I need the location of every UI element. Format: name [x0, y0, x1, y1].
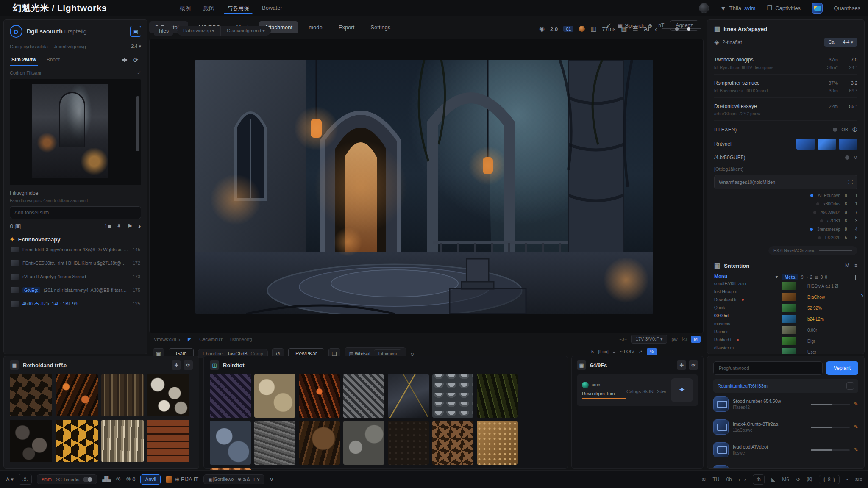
material-thumb[interactable] — [839, 139, 857, 150]
anvil-tool[interactable]: Anvil — [140, 474, 161, 485]
zoom-slider[interactable] — [662, 28, 701, 29]
pill-slider[interactable] — [819, 250, 852, 251]
top-menu-item[interactable]: Bowater — [261, 1, 283, 15]
map-icon[interactable]: ⟼ — [739, 477, 746, 482]
top-menu-item[interactable]: 与各用保 — [226, 1, 250, 15]
material-thumb[interactable] — [818, 139, 836, 150]
counter-row[interactable]: 3renzmesép 84 — [714, 227, 857, 232]
tag-input[interactable] — [10, 206, 141, 219]
texture-swatch[interactable] — [210, 374, 251, 418]
refresh-icon[interactable]: ⟳ — [130, 55, 141, 66]
add-icon[interactable]: ✚ — [172, 360, 181, 370]
menu-list-item[interactable]: Raimer — [714, 328, 778, 336]
menu-list-item[interactable]: envelope f — [714, 352, 778, 354]
texture-swatch[interactable] — [101, 374, 144, 416]
lighting-dropdown[interactable]: G aoianntgmend ▾ — [220, 26, 271, 36]
texture-swatch[interactable] — [10, 420, 52, 462]
meta-list-item[interactable]: [HSStvlA a.t 1 2] — [782, 280, 857, 291]
menu-icon[interactable]: ≡ — [854, 263, 857, 269]
meta-list-item[interactable]: 52 92% — [782, 302, 857, 313]
ribbon-button[interactable]: mode — [303, 21, 328, 33]
texture-swatch[interactable] — [388, 421, 429, 465]
ribbon-button[interactable]: Export — [333, 21, 361, 33]
texture-swatch[interactable] — [254, 421, 295, 465]
material-ball-icon[interactable] — [579, 26, 585, 32]
texture-swatch[interactable] — [101, 420, 144, 462]
menu-list-item[interactable]: Download tr — [714, 296, 778, 304]
texture-swatch[interactable] — [388, 374, 429, 418]
add-icon[interactable]: ✚ — [119, 55, 130, 66]
timer-toggle[interactable] — [83, 477, 92, 482]
texture-swatch[interactable] — [343, 374, 384, 418]
user-avatar[interactable] — [699, 3, 709, 13]
frame-group[interactable]: ⦗ 8 ⦘ — [819, 475, 840, 484]
two-icon[interactable]: ② — [116, 476, 121, 482]
tiles-tab[interactable]: Tiles — [154, 26, 173, 36]
texture-swatch[interactable] — [147, 374, 189, 416]
navigation-pill[interactable]: EX.6 NavetACfs ansio — [768, 246, 857, 255]
check-icon[interactable]: ✓ — [137, 70, 141, 76]
add-icon[interactable]: ✚ — [677, 360, 686, 370]
menu-list-item[interactable]: lost Group n — [714, 288, 778, 296]
top-menu-item[interactable]: 殿阅 — [203, 1, 215, 15]
list-item[interactable]: FEntt-CE5'J0ttr.. rint I BHBL Klom u $g2… — [10, 256, 141, 270]
texture-swatch[interactable] — [432, 421, 473, 465]
m-toggle[interactable]: M — [691, 336, 701, 343]
material-thumb[interactable] — [796, 139, 815, 150]
counter-row[interactable]: x80Odus 61 — [714, 202, 857, 206]
m6-chip[interactable]: M6 — [782, 477, 789, 482]
counter-row[interactable]: AL Poucovn 81 — [714, 193, 857, 198]
layer-dropdown[interactable]: Haberworzep ▾ — [177, 26, 220, 36]
texture-swatch[interactable] — [477, 374, 518, 418]
viewport-scene-image[interactable] — [195, 60, 653, 314]
list-item[interactable]: Prent btrtlE3 cgyvénunu mcr 43@6 Dii Wgb… — [10, 243, 141, 256]
ob-label[interactable]: 0b — [726, 477, 732, 482]
ten-icon[interactable]: ⑽ — [807, 476, 812, 483]
counter-row[interactable]: L6:2020 56 — [714, 236, 857, 240]
user-account[interactable]: ▼ Thila svim — [720, 5, 756, 12]
texture-swatch[interactable] — [10, 374, 52, 416]
chevron-down-icon[interactable]: ∨ — [270, 476, 274, 482]
preview-thumbnail[interactable] — [10, 79, 141, 185]
list-item[interactable]: GtvEg: (201 r si r blat.mrvny4' A38@EB f… — [10, 283, 141, 297]
stream-field[interactable]: Wnamfiasges10(noidMiden ⛶ — [714, 175, 857, 189]
preset-chips[interactable]: Ca 4-4 ▾ — [824, 38, 857, 47]
menu-list-item[interactable]: movems — [714, 320, 778, 328]
counter-row[interactable]: A9CMMD° 97 — [714, 210, 857, 215]
back-icon[interactable]: ‹ — [655, 25, 657, 33]
menu-icon[interactable]: ☰ — [633, 25, 638, 33]
texture-swatch[interactable] — [343, 421, 384, 465]
resolution-select[interactable]: 17V 3/V0:F ▾ — [631, 335, 668, 344]
refresh-icon[interactable]: ⟳ — [689, 360, 698, 370]
menu-list-item[interactable]: Quick — [714, 304, 778, 312]
menu-list-item[interactable]: disaster m — [714, 344, 778, 352]
texture-swatch[interactable] — [147, 420, 189, 462]
thumbnail-scrollbar[interactable] — [136, 96, 139, 151]
camera-icon[interactable]: ◉ — [539, 25, 545, 33]
refresh-icon[interactable]: ⟳ — [184, 360, 193, 370]
downloads-link-row[interactable]: Rotunittamiteu/R6hj33m — [713, 379, 858, 393]
menu-list-item[interactable]: 00:00rd — [714, 312, 778, 320]
store-app-icon[interactable] — [812, 3, 823, 14]
ai-button[interactable]: AI — [644, 26, 649, 32]
alert-icon[interactable]: ❙ — [854, 274, 857, 280]
meta-tab[interactable]: Meta — [782, 274, 798, 280]
meta-list-item[interactable]: B¡aChow — [782, 291, 857, 302]
ribbon-button[interactable]: Settings — [364, 21, 396, 33]
texture-swatch[interactable] — [56, 374, 98, 416]
meta-list-item[interactable]: User — [782, 347, 857, 354]
pin-icon[interactable]: 🖈 — [116, 223, 122, 230]
jar-icon[interactable]: 🝆 — [19, 474, 32, 485]
circle-button[interactable] — [846, 382, 854, 390]
eco-chip[interactable]: |Eco| — [598, 349, 609, 354]
download-item[interactable]: Sqlts GtharF42.0b tSeNaol ✎ — [713, 461, 858, 469]
th-chip[interactable]: th — [753, 474, 765, 485]
veplant-button[interactable]: Veplant — [826, 361, 858, 375]
quests-menu[interactable]: Quanthses — [834, 5, 860, 11]
plugins-menu[interactable]: ❐ Captivities — [767, 4, 801, 12]
flag-icon[interactable]: ⚑ — [127, 223, 133, 230]
counter-row[interactable]: a7OB1 63 — [714, 219, 857, 223]
lambda-menu[interactable]: Λ ▾ — [6, 476, 14, 482]
session-tab-active[interactable]: arors Revo drpm Tom — [582, 382, 626, 399]
gordiewo-segment[interactable]: ▣|Gordiewo ⊕ ≳& EY — [203, 474, 264, 484]
